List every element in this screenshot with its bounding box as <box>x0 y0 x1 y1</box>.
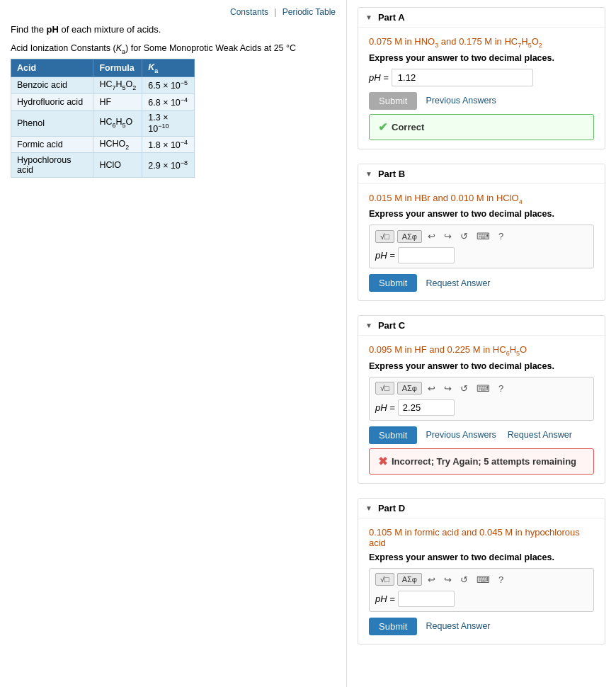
part-d-ph-label: pH = <box>375 594 395 604</box>
part-d-header: ▼ Part D <box>358 499 605 518</box>
part-d-ph-input[interactable] <box>398 591 455 607</box>
part-c-problem: 0.095 M in HF and 0.225 M in HC6H5O <box>369 344 594 357</box>
part-d-toolbar: √□ ΑΣφ ↩ ↪ ↺ ⌨ ? <box>375 573 588 586</box>
part-c-body: 0.095 M in HF and 0.225 M in HC6H5O Expr… <box>358 336 605 483</box>
right-panel: ▼ Part A 0.075 M in HNO3 and 0.175 M in … <box>347 0 616 687</box>
intro-text: Find the pH of each mixture of acids. <box>11 24 336 35</box>
part-c-ph-label: pH = <box>375 402 395 413</box>
part-c-refresh-btn[interactable]: ↺ <box>457 382 471 395</box>
part-b-redo-btn[interactable]: ↪ <box>441 229 455 243</box>
part-b-request-answer-link[interactable]: Request Answer <box>423 275 493 292</box>
part-d-problem: 0.105 M in formic acid and 0.045 M in hy… <box>369 527 594 548</box>
part-c-prev-answers-link[interactable]: Previous Answers <box>423 426 498 443</box>
part-d-submit-button[interactable]: Submit <box>369 618 417 635</box>
part-a-section: ▼ Part A 0.075 M in HNO3 and 0.175 M in … <box>358 7 605 149</box>
part-b-ph-row: pH = <box>375 247 588 263</box>
part-d-body: 0.105 M in formic acid and 0.045 M in hy… <box>358 518 605 644</box>
acid-name: Hypochlorous acid <box>11 153 93 178</box>
acid-ka: 6.8 × 10−4 <box>142 93 195 110</box>
part-d-answer-box: √□ ΑΣφ ↩ ↪ ↺ ⌨ ? pH = <box>369 568 594 612</box>
part-c-help-btn[interactable]: ? <box>496 382 506 395</box>
part-d-request-answer-link[interactable]: Request Answer <box>423 618 493 635</box>
acid-name: Phenol <box>11 110 93 136</box>
part-b-answer-box: √□ ΑΣφ ↩ ↪ ↺ ⌨ ? pH = <box>369 225 594 268</box>
part-d-label: Part D <box>378 503 405 513</box>
part-b-ph-label: pH = <box>375 250 395 261</box>
part-c-feedback-incorrect: ✖ Incorrect; Try Again; 5 attempts remai… <box>369 448 594 475</box>
acid-formula: HF <box>93 93 142 110</box>
part-d-asf-btn[interactable]: ΑΣφ <box>397 573 422 586</box>
part-a-header: ▼ Part A <box>358 8 605 28</box>
separator: | <box>274 7 276 17</box>
constants-link[interactable]: Constants <box>230 7 268 17</box>
part-c-sqrt-btn[interactable]: √□ <box>375 382 394 394</box>
part-b-ph-input[interactable] <box>398 247 455 263</box>
collapse-icon-b[interactable]: ▼ <box>365 170 372 178</box>
acid-ka: 6.5 × 10−5 <box>142 77 195 94</box>
part-b-undo-btn[interactable]: ↩ <box>425 229 438 243</box>
part-b-problem: 0.015 M in HBr and 0.010 M in HClO4 <box>369 193 594 205</box>
part-b-sqrt-btn[interactable]: √□ <box>375 230 394 243</box>
part-c-header: ▼ Part C <box>358 316 605 336</box>
top-links: Constants | Periodic Table <box>11 7 336 17</box>
acid-formula: HC7H5O2 <box>93 77 142 94</box>
part-a-prev-answers-link[interactable]: Previous Answers <box>423 92 498 109</box>
acid-formula: HClO <box>93 153 142 178</box>
periodic-table-link[interactable]: Periodic Table <box>283 7 336 17</box>
part-b-body: 0.015 M in HBr and 0.010 M in HClO4 Expr… <box>358 184 605 301</box>
part-b-keyboard-btn[interactable]: ⌨ <box>474 229 493 243</box>
collapse-icon-d[interactable]: ▼ <box>365 504 372 512</box>
part-b-section: ▼ Part B 0.015 M in HBr and 0.010 M in H… <box>358 164 605 302</box>
part-c-answer-box: √□ ΑΣφ ↩ ↪ ↺ ⌨ ? pH = <box>369 377 594 421</box>
part-c-undo-btn[interactable]: ↩ <box>425 382 438 395</box>
acid-table: Acid Formula Ka Benzoic acid HC7H5O2 6.5… <box>11 59 195 178</box>
collapse-icon-c[interactable]: ▼ <box>365 322 372 329</box>
part-b-header: ▼ Part B <box>358 164 605 184</box>
part-c-toolbar: √□ ΑΣφ ↩ ↪ ↺ ⌨ ? <box>375 382 588 395</box>
table-row: Hypochlorous acid HClO 2.9 × 10−8 <box>11 153 195 178</box>
part-b-submit-button[interactable]: Submit <box>369 274 417 292</box>
part-c-keyboard-btn[interactable]: ⌨ <box>474 382 493 395</box>
part-c-ph-input[interactable] <box>398 399 455 416</box>
part-b-refresh-btn[interactable]: ↺ <box>457 229 471 243</box>
part-c-redo-btn[interactable]: ↪ <box>441 382 455 395</box>
part-b-asf-btn[interactable]: ΑΣφ <box>397 230 422 243</box>
part-c-request-answer-link[interactable]: Request Answer <box>505 426 575 443</box>
part-d-express: Express your answer to two decimal place… <box>369 552 594 562</box>
ph-label-intro: pH <box>47 24 59 35</box>
part-d-redo-btn[interactable]: ↪ <box>441 573 455 586</box>
part-c-submit-button[interactable]: Submit <box>369 426 417 444</box>
collapse-icon-a[interactable]: ▼ <box>365 13 372 21</box>
acid-formula: HCHO2 <box>93 136 142 153</box>
part-d-help-btn[interactable]: ? <box>496 573 506 586</box>
part-d-action-row: Submit Request Answer <box>369 618 594 635</box>
part-b-action-row: Submit Request Answer <box>369 274 594 292</box>
part-b-express: Express your answer to two decimal place… <box>369 209 594 219</box>
acid-ka: 1.3 × 10−10 <box>142 110 195 136</box>
part-a-submit-button[interactable]: Submit <box>369 92 417 110</box>
part-c-express: Express your answer to two decimal place… <box>369 361 594 371</box>
part-d-ph-row: pH = <box>375 591 588 607</box>
part-c-ph-row: pH = <box>375 399 588 416</box>
part-a-problem: 0.075 M in HNO3 and 0.175 M in HC7H5O2 <box>369 36 594 49</box>
part-a-feedback-text: Correct <box>392 122 424 132</box>
part-c-section: ▼ Part C 0.095 M in HF and 0.225 M in HC… <box>358 315 605 484</box>
part-c-feedback-text: Incorrect; Try Again; 5 attempts remaini… <box>392 456 576 467</box>
part-a-body: 0.075 M in HNO3 and 0.175 M in HC7H5O2 E… <box>358 28 605 149</box>
col-header-formula: Formula <box>93 59 142 77</box>
part-d-keyboard-btn[interactable]: ⌨ <box>474 573 493 586</box>
part-a-label: Part A <box>378 12 405 23</box>
left-panel: Constants | Periodic Table Find the pH o… <box>0 0 347 687</box>
table-row: Phenol HC6H5O 1.3 × 10−10 <box>11 110 195 136</box>
part-c-asf-btn[interactable]: ΑΣφ <box>397 382 422 394</box>
table-title: Acid Ionization Constants (Ka) for Some … <box>11 43 336 55</box>
acid-ka: 1.8 × 10−4 <box>142 136 195 153</box>
table-row: Benzoic acid HC7H5O2 6.5 × 10−5 <box>11 77 195 94</box>
part-d-undo-btn[interactable]: ↩ <box>425 573 438 586</box>
part-b-help-btn[interactable]: ? <box>496 229 506 243</box>
part-a-ph-label: pH = <box>369 72 389 83</box>
part-a-express: Express your answer to two decimal place… <box>369 53 594 63</box>
part-a-ph-input[interactable] <box>392 69 533 86</box>
part-d-sqrt-btn[interactable]: √□ <box>375 573 394 586</box>
part-d-refresh-btn[interactable]: ↺ <box>457 573 471 586</box>
